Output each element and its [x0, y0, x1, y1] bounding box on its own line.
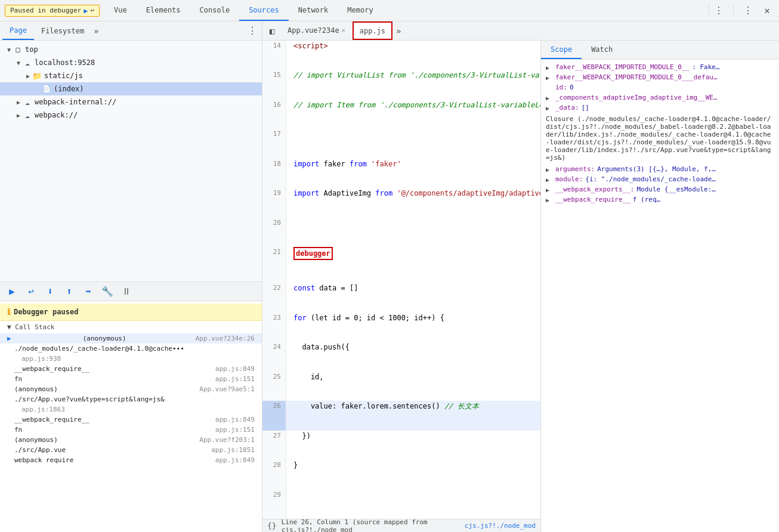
tab-elements[interactable]: Elements	[137, 0, 190, 21]
panel-toggle-icon[interactable]: ◧	[265, 24, 279, 38]
call-stack-item-1[interactable]: ./node_modules/_cache-loader@4.1.0@cache…	[0, 344, 262, 354]
line-num-16: 16	[262, 100, 286, 129]
scope-item-webpack-exports[interactable]: ▶ __webpack_exports__: Module {__esModul…	[541, 184, 779, 194]
call-stack-item-1b[interactable]: app.js:938	[0, 354, 262, 364]
separator-2	[733, 5, 734, 17]
call-stack-item-2[interactable]: __webpack_require__ app.js:849	[0, 364, 262, 374]
call-stack-item-5[interactable]: ./src/App.vue?vue&type=script&lang=js&	[0, 394, 262, 404]
cloud-icon-webpack: ☁	[23, 110, 32, 120]
status-text: Line 26, Column 1 (source mapped from cj…	[282, 518, 460, 533]
step-into-button[interactable]: ⬇	[43, 284, 57, 299]
more-code-tabs-icon[interactable]: »	[394, 26, 403, 36]
code-area[interactable]: 14 <script> 15 // import VirtualList fro…	[262, 41, 540, 519]
scope-tab-scope[interactable]: Scope	[541, 41, 582, 59]
scope-key-4: _data:	[555, 104, 579, 112]
settings-icon[interactable]: ⋮	[741, 4, 755, 18]
fn-name-7: fn	[14, 426, 22, 434]
line-content-19: import AdaptiveImg from '@/components/ad…	[286, 188, 540, 217]
scope-val-6: {i: "./node_modules/_cache-loade…	[585, 175, 716, 183]
scope-item-arguments[interactable]: ▶ arguments: Arguments(3) [{…}, Module, …	[541, 164, 779, 174]
cloud-icon-localhost: ☁	[23, 58, 32, 67]
panel-menu-icon[interactable]: ⋮	[245, 25, 259, 36]
fn-loc-0: App.vue?234e:26	[196, 335, 255, 342]
paused-badge-label: Paused in debugger	[10, 7, 81, 14]
scope-content: ▶ faker__WEBPACK_IMPORTED_MODULE_0__: Fa…	[541, 60, 779, 532]
line-num-21: 21	[262, 247, 286, 283]
line-content-18: import faker from 'faker'	[286, 159, 540, 188]
tree-item-top[interactable]: ▼ □ top	[0, 43, 262, 56]
file-tree: ▼ □ top ▼ ☁ localhost:9528 ▶ 📁 static/js	[0, 41, 262, 282]
line-content-21: debugger	[286, 247, 540, 283]
step-out-button[interactable]: ⬆	[62, 284, 76, 299]
more-tabs-left-icon[interactable]: »	[94, 26, 98, 36]
code-tab-appjs[interactable]: app.js	[353, 21, 392, 40]
active-frame-arrow: ▶	[7, 335, 11, 342]
scope-item-id[interactable]: id: 0	[541, 82, 779, 92]
code-line-19: 19 import AdaptiveImg from '@/components…	[262, 188, 540, 217]
tab-sources[interactable]: Sources	[239, 0, 289, 21]
tree-item-index[interactable]: 📄 (index)	[0, 82, 262, 95]
source-map-link[interactable]: cjs.js?!./node_mod	[465, 522, 536, 530]
left-panel: Page Filesystem » ⋮ ▼ □ top ▼ ☁ localhos…	[0, 21, 262, 532]
scope-item-webpack-require[interactable]: ▶ __webpack_require__ f (req…	[541, 194, 779, 205]
step-button[interactable]: ➡	[81, 284, 95, 299]
line-content-22: const data = []	[286, 283, 540, 312]
debugger-toolbar: ▶ ↩ ⬇ ⬆ ➡ 🔧 ⏸	[0, 282, 262, 301]
fn-name-10: webpack require	[14, 456, 73, 464]
tab-console[interactable]: Console	[190, 0, 240, 21]
tree-item-webpack[interactable]: ▶ ☁ webpack://	[0, 109, 262, 122]
step-over-button[interactable]: ↩	[24, 284, 38, 299]
call-stack-item-8[interactable]: (anonymous) App.vue?f203:1	[0, 435, 262, 445]
scope-item-module[interactable]: ▶ module: {i: "./node_modules/_cache-loa…	[541, 174, 779, 184]
call-stack-header[interactable]: ▼ Call Stack	[0, 321, 262, 333]
line-num-20: 20	[262, 218, 286, 247]
line-num-19: 19	[262, 188, 286, 217]
scope-item-adaptive[interactable]: ▶ _components_adaptiveImg_adaptive_img__…	[541, 92, 779, 103]
resume-button[interactable]: ▶	[5, 284, 19, 299]
call-stack-item-5b[interactable]: app.js:1863	[0, 404, 262, 415]
tab-vue[interactable]: Vue	[104, 0, 137, 21]
close-icon[interactable]: ✕	[760, 4, 774, 18]
tab-page[interactable]: Page	[2, 21, 34, 40]
tree-item-localhost[interactable]: ▼ ☁ localhost:9528	[0, 56, 262, 69]
fn-loc-5: app.js:1863	[21, 406, 65, 413]
scope-closure-text: Closure (./node_modules/_cache-loader@4.…	[546, 115, 771, 162]
tab-memory[interactable]: Memory	[338, 0, 382, 21]
scope-item-data[interactable]: ▶ _data: []	[541, 103, 779, 113]
more-tabs-icon[interactable]: ⋮	[712, 4, 726, 18]
expand-arrow-6: ▶	[546, 177, 553, 183]
line-content-25: id,	[286, 372, 540, 401]
file-icon-index: 📄	[42, 84, 51, 94]
call-stack-item-3[interactable]: fn app.js:151	[0, 374, 262, 384]
deactivate-breakpoints-button[interactable]: 🔧	[100, 284, 115, 299]
call-stack-item-9[interactable]: ./src/App.vue app.js:1851	[0, 445, 262, 455]
tree-item-staticjs[interactable]: ▶ 📁 static/js	[0, 69, 262, 82]
cloud-icon-webpack-internal: ☁	[23, 97, 32, 107]
line-num-25: 25	[262, 372, 286, 401]
expand-arrow-4: ▶	[546, 105, 553, 112]
code-line-17: 17	[262, 129, 540, 158]
call-stack-item-4[interactable]: (anonymous) App.vue?9ae5:1	[0, 384, 262, 394]
step-icon[interactable]: ↩	[90, 7, 94, 14]
close-appvue-tab-icon[interactable]: ✕	[342, 27, 345, 33]
scope-tab-watch[interactable]: Watch	[582, 41, 622, 59]
tab-network[interactable]: Network	[289, 0, 338, 21]
line-content-27: })	[286, 431, 540, 460]
fn-name-5: ./src/App.vue?vue&type=script&lang=js&	[14, 395, 165, 403]
tab-filesystem[interactable]: Filesystem	[34, 21, 91, 40]
call-stack-item-10[interactable]: webpack require app.js:849	[0, 455, 262, 465]
pause-on-exceptions-button[interactable]: ⏸	[119, 284, 134, 299]
call-stack-item-7[interactable]: fn app.js:151	[0, 425, 262, 435]
fn-loc-2: app.js:849	[215, 365, 255, 373]
code-tab-app-vue[interactable]: App.vue?234e ✕	[282, 21, 351, 40]
scope-item-faker-default[interactable]: ▶ faker__WEBPACK_IMPORTED_MODULE_0___def…	[541, 72, 779, 82]
code-line-29: 29	[262, 490, 540, 519]
line-num-14: 14	[262, 41, 286, 70]
scope-item-faker-module[interactable]: ▶ faker__WEBPACK_IMPORTED_MODULE_0__: Fa…	[541, 62, 779, 72]
call-stack-item-6[interactable]: __webpack_require__ app.js:849	[0, 415, 262, 425]
resume-icon[interactable]: ▶	[84, 7, 88, 15]
expand-arrow-7: ▶	[546, 187, 553, 193]
tree-item-webpack-internal[interactable]: ▶ ☁ webpack-internal://	[0, 95, 262, 109]
paused-text: Debugger paused	[14, 308, 78, 316]
call-stack-item-0[interactable]: ▶ (anonymous) App.vue?234e:26	[0, 333, 262, 344]
